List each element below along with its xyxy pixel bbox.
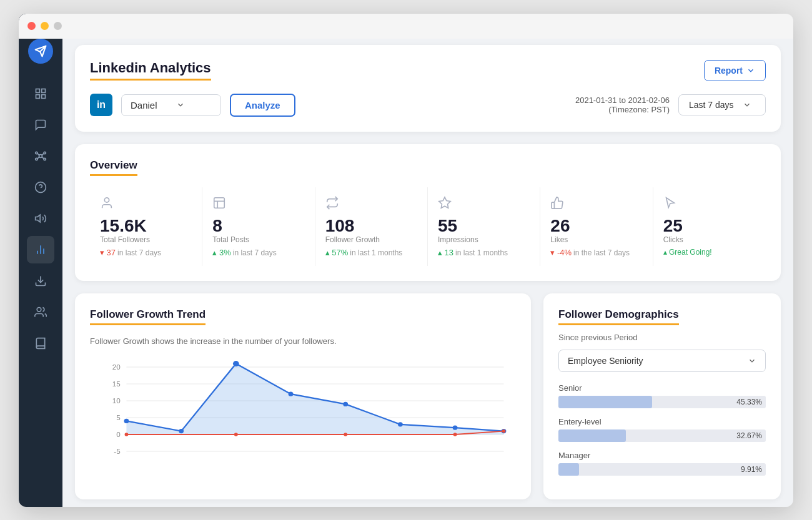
demo-bars: Senior 45.33% Entery-level 32.67% Manage…	[558, 383, 766, 476]
sidebar-item-download[interactable]	[27, 267, 54, 295]
svg-point-21	[104, 197, 109, 202]
svg-text:0: 0	[116, 431, 121, 438]
bar-group-2: Manager 9.91%	[558, 451, 766, 476]
metric-value-0: 15.6K	[100, 217, 192, 236]
demo-dropdown[interactable]: Employee Seniority	[558, 350, 766, 372]
metric-icon-1	[212, 196, 304, 213]
metric-value-1: 8	[212, 217, 304, 236]
zoom-btn[interactable]	[54, 22, 62, 30]
bar-pct-2: 9.91%	[741, 465, 762, 474]
metric-icon-2	[325, 196, 417, 213]
bar-track-1: 32.67%	[558, 429, 766, 442]
svg-rect-22	[214, 197, 225, 208]
date-range-section: 2021-01-31 to 2021-02-06 (Timezone: PST)…	[575, 94, 766, 115]
metric-label-5: Clicks	[663, 235, 756, 244]
days-selector[interactable]: Last 7 days	[678, 94, 766, 115]
metric-label-3: Impressions	[438, 235, 530, 244]
demo-title: Follower Demographics	[558, 308, 679, 325]
bar-track-0: 45.33%	[558, 396, 766, 408]
svg-point-38	[179, 429, 184, 433]
bar-pct-0: 45.33%	[736, 398, 762, 406]
overview-title: Overview	[90, 159, 137, 176]
svg-line-10	[42, 153, 44, 155]
growth-chart: 20 15 10 5 0 -5	[90, 356, 516, 468]
report-button[interactable]: Report	[704, 60, 766, 81]
bar-label-1: Entery-level	[558, 417, 766, 426]
metric-change-5: ▴ Great Going!	[663, 248, 756, 257]
svg-point-7	[36, 158, 37, 160]
svg-line-12	[42, 156, 44, 158]
metric-item-5: 25 Clicks ▴ Great Going!	[653, 187, 766, 267]
metric-change-4: ▾ -4% in the last 7 days	[550, 248, 642, 257]
svg-text:-5: -5	[114, 448, 120, 455]
minimize-btn[interactable]	[41, 22, 49, 30]
metrics-grid: 15.6K Total Followers ▾ 37 in last 7 day…	[90, 187, 766, 267]
metric-change-1: ▴ 3% in last 7 days	[212, 248, 304, 257]
svg-point-49	[502, 429, 506, 433]
metric-value-4: 26	[550, 217, 642, 236]
svg-point-43	[453, 426, 458, 430]
svg-marker-23	[439, 197, 450, 207]
bar-fill-2	[558, 463, 579, 476]
sidebar-item-help[interactable]	[27, 174, 54, 201]
main-content: Linkedin Analytics Report in Daniel Anal…	[62, 14, 793, 507]
sidebar	[19, 14, 62, 507]
sidebar-item-network[interactable]	[27, 142, 54, 170]
titlebar	[19, 14, 793, 39]
sidebar-item-library[interactable]	[27, 330, 54, 357]
bar-label-2: Manager	[558, 451, 766, 460]
svg-point-42	[398, 422, 403, 426]
account-selector[interactable]: Daniel	[121, 94, 221, 116]
svg-point-47	[344, 433, 347, 436]
analytics-card: Linkedin Analytics Report in Daniel Anal…	[75, 45, 781, 132]
sidebar-item-analytics[interactable]	[27, 236, 54, 263]
bar-fill-0	[558, 396, 652, 408]
sidebar-item-chat[interactable]	[27, 111, 54, 139]
bar-track-2: 9.91%	[558, 463, 766, 476]
metric-change-3: ▴ 13 in last 1 months	[438, 248, 530, 257]
sidebar-logo[interactable]	[28, 39, 53, 64]
svg-point-45	[125, 433, 129, 436]
sidebar-item-dashboard[interactable]	[27, 80, 54, 107]
svg-line-11	[37, 156, 39, 158]
svg-text:15: 15	[112, 380, 121, 388]
svg-text:10: 10	[112, 397, 121, 405]
svg-rect-2	[36, 94, 40, 98]
sidebar-item-megaphone[interactable]	[27, 205, 54, 232]
growth-subtitle: Follower Growth shows the increase in th…	[90, 336, 516, 346]
metric-item-2: 108 Follower Growth ▴ 57% in last 1 mont…	[315, 187, 428, 267]
since-text: Since previous Period	[558, 333, 766, 342]
bar-fill-1	[558, 429, 626, 442]
svg-point-5	[36, 152, 37, 154]
metric-label-4: Likes	[550, 235, 642, 244]
card-header: Linkedin Analytics Report	[90, 60, 766, 81]
metric-value-2: 108	[325, 217, 417, 236]
svg-rect-0	[36, 89, 40, 92]
metric-value-3: 55	[438, 217, 530, 236]
svg-text:20: 20	[112, 363, 121, 371]
metric-icon-5	[663, 196, 756, 213]
overview-card: Overview 15.6K Total Followers ▾ 37 in l…	[75, 144, 781, 282]
metric-item-3: 55 Impressions ▴ 13 in last 1 months	[428, 187, 540, 267]
svg-marker-15	[36, 215, 40, 222]
metric-change-2: ▴ 57% in last 1 months	[325, 248, 417, 257]
bar-label-0: Senior	[558, 383, 766, 393]
svg-point-40	[289, 392, 294, 396]
svg-text:5: 5	[116, 414, 121, 421]
date-text: 2021-01-31 to 2021-02-06 (Timezone: PST)	[575, 96, 670, 114]
sidebar-item-people[interactable]	[27, 298, 54, 326]
metric-icon-0	[100, 196, 192, 213]
analyze-button[interactable]: Analyze	[230, 94, 295, 117]
bottom-section: Follower Growth Trend Follower Growth sh…	[75, 293, 781, 499]
metric-label-0: Total Followers	[100, 235, 192, 244]
demographics-card: Follower Demographics Since previous Per…	[543, 293, 781, 499]
metric-change-0: ▾ 37 in last 7 days	[100, 248, 192, 257]
svg-point-39	[233, 361, 239, 366]
svg-point-41	[343, 402, 348, 406]
metric-icon-4	[550, 196, 642, 213]
svg-point-48	[453, 433, 457, 436]
growth-title: Follower Growth Trend	[90, 308, 205, 325]
close-btn[interactable]	[27, 22, 36, 30]
metric-label-2: Follower Growth	[325, 235, 417, 244]
bar-group-0: Senior 45.33%	[558, 383, 766, 408]
